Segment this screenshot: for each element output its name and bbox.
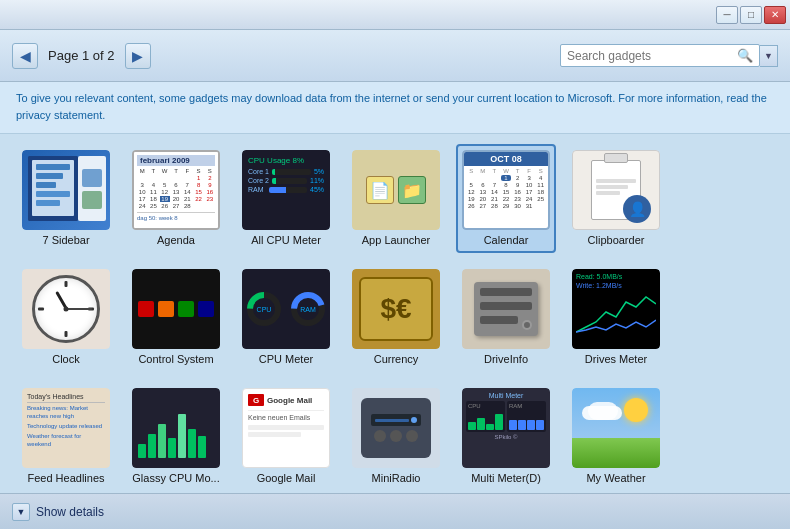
gadget-label-currency: Currency [374,353,419,366]
gadget-icon-applauncher: 📄 📁 [352,150,440,230]
gadget-icon-multimeter: Multi Meter CPU RAM [462,388,550,468]
gadget-label-7sidebar: 7 Sidebar [42,234,89,247]
gadget-label-clipboarder: Clipboarder [588,234,645,247]
svg-rect-10 [178,414,186,458]
gadget-drivesmeter[interactable]: Read: 5.0MB/s Write: 1.2MB/s Drives Mete… [566,263,666,372]
sidebar-icon-graphic [22,150,110,230]
gadget-label-drivesmeter: Drives Meter [585,353,647,366]
svg-rect-6 [138,444,146,458]
nav-bar: ◀ Page 1 of 2 ▶ 🔍 ▼ [0,30,790,82]
gadget-label-googlemail: Google Mail [257,472,316,485]
gadget-label-glassycpu: Glassy CPU Mo... [132,472,219,485]
gadget-icon-controlsystem [132,269,220,349]
gadget-clock[interactable]: Clock [16,263,116,372]
gadget-label-calendar: Calendar [484,234,529,247]
gadget-cpumeter[interactable]: CPU RAM CPU Meter [236,263,336,372]
gadget-label-miniradio: MiniRadio [372,472,421,485]
search-dropdown-button[interactable]: ▼ [760,45,778,67]
svg-rect-8 [158,424,166,458]
svg-text:CPU: CPU [257,306,272,313]
gadget-icon-allcpumeter: CPU Usage 8% Core 1 5% Core 2 [242,150,330,230]
gadget-multimeter[interactable]: Multi Meter CPU RAM [456,382,556,491]
search-input[interactable] [567,49,733,63]
show-details-label: Show details [36,505,104,519]
gadget-icon-driveinfo [462,269,550,349]
info-bar: To give you relevant content, some gadge… [0,82,790,134]
title-bar-buttons: ─ □ ✕ [716,6,786,24]
show-details-button[interactable]: ▼ Show details [12,503,104,521]
gadget-label-feedheadlines: Feed Headlines [27,472,104,485]
page-label: Page 1 of 2 [48,48,115,63]
svg-rect-12 [198,436,206,458]
bottom-bar: ▼ Show details [0,493,790,529]
gadget-allcpumeter[interactable]: CPU Usage 8% Core 1 5% Core 2 [236,144,336,253]
gadget-googlemail[interactable]: G Google Mail Keine neuen Emails Google … [236,382,336,491]
next-page-button[interactable]: ▶ [125,43,151,69]
search-icon: 🔍 [737,48,753,63]
info-text: To give you relevant content, some gadge… [16,92,767,121]
search-box: 🔍 [560,44,760,67]
gadget-7sidebar[interactable]: 7 Sidebar [16,144,116,253]
gadget-icon-clipboarder: 👤 [572,150,660,230]
gadget-icon-myweather [572,388,660,468]
svg-rect-9 [168,438,176,458]
gadget-controlsystem[interactable]: Control System [126,263,226,372]
gadget-icon-cpumeter: CPU RAM [242,269,330,349]
chevron-down-icon: ▼ [12,503,30,521]
gadget-icon-agenda: februari 2009 MTWTFSS 12 3456789 1011121… [132,150,220,230]
gadget-glassycpu[interactable]: Glassy CPU Mo... [126,382,226,491]
gadget-clipboarder[interactable]: 👤 Clipboarder [566,144,666,253]
gadget-myweather[interactable]: My Weather [566,382,666,491]
gadget-icon-currency: $€ [352,269,440,349]
title-bar: ─ □ ✕ [0,0,790,30]
gadget-icon-googlemail: G Google Mail Keine neuen Emails [242,388,330,468]
gadgets-grid: 7 Sidebar februari 2009 MTWTFSS 12 34567… [16,144,774,495]
prev-page-button[interactable]: ◀ [12,43,38,69]
gadget-calendar[interactable]: OCT 08 SMTWTFS 1234 567891011 1213141516… [456,144,556,253]
gadget-agenda[interactable]: februari 2009 MTWTFSS 12 3456789 1011121… [126,144,226,253]
gadget-label-allcpumeter: All CPU Meter [251,234,321,247]
gadget-label-myweather: My Weather [586,472,645,485]
gadget-label-clock: Clock [52,353,80,366]
gadget-applauncher[interactable]: 📄 📁 App Launcher [346,144,446,253]
gadget-label-driveinfo: DriveInfo [484,353,528,366]
gadget-label-agenda: Agenda [157,234,195,247]
gadget-label-cpumeter: CPU Meter [259,353,313,366]
minimize-button[interactable]: ─ [716,6,738,24]
gadget-miniradio[interactable]: MiniRadio [346,382,446,491]
gadget-feedheadlines[interactable]: Today's Headlines Breaking news: Market … [16,382,116,491]
gadget-icon-feedheadlines: Today's Headlines Breaking news: Market … [22,388,110,468]
maximize-button[interactable]: □ [740,6,762,24]
close-button[interactable]: ✕ [764,6,786,24]
svg-rect-7 [148,434,156,458]
gadget-icon-clock [22,269,110,349]
gadget-icon-7sidebar [22,150,110,230]
gadget-label-multimeter: Multi Meter(D) [471,472,541,485]
gadget-label-controlsystem: Control System [138,353,213,366]
svg-rect-11 [188,429,196,458]
gadget-icon-miniradio [352,388,440,468]
gadget-icon-glassycpu [132,388,220,468]
gadget-label-applauncher: App Launcher [362,234,431,247]
gadget-icon-drivesmeter: Read: 5.0MB/s Write: 1.2MB/s [572,269,660,349]
gadget-currency[interactable]: $€ Currency [346,263,446,372]
gadget-icon-calendar: OCT 08 SMTWTFS 1234 567891011 1213141516… [462,150,550,230]
svg-text:RAM: RAM [300,306,316,313]
gadget-driveinfo[interactable]: DriveInfo [456,263,556,372]
gadgets-area: 7 Sidebar februari 2009 MTWTFSS 12 34567… [0,134,790,495]
